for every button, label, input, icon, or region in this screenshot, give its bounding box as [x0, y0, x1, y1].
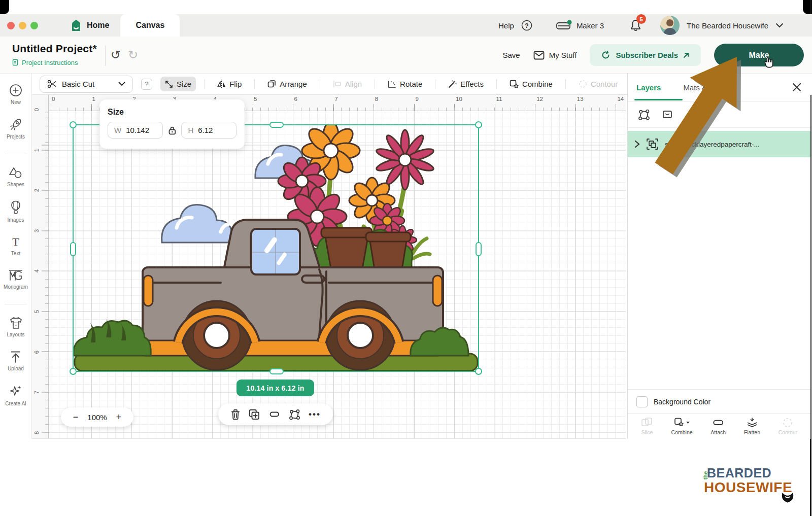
project-title: Untitled Project*	[12, 43, 97, 55]
ruler-top-number: 10	[456, 96, 462, 102]
redo-button[interactable]: ↻	[128, 49, 138, 61]
tab-mats-colors[interactable]: Mats & Colors	[683, 83, 731, 92]
subscriber-deals-button[interactable]: Subscriber Deals	[590, 44, 701, 66]
ruler-left-number: 2	[33, 189, 40, 192]
document-icon	[12, 59, 19, 66]
toolbar-help-button[interactable]: ?	[141, 79, 152, 90]
ruler-left-number: 1	[33, 148, 40, 151]
rocket-icon	[9, 118, 22, 131]
selection-handle-ne[interactable]	[475, 121, 482, 128]
chevron-down-icon[interactable]	[775, 23, 784, 28]
visibility-icon[interactable]	[662, 109, 675, 120]
refresh-icon	[601, 50, 611, 60]
notifications-button[interactable]: 5	[629, 19, 642, 32]
window-minimize-button[interactable]	[19, 22, 26, 29]
tab-home[interactable]: Home	[63, 14, 116, 37]
sidebar-item-monogram[interactable]: Monogram	[4, 269, 28, 290]
size-popup-title: Size	[108, 108, 236, 117]
window-zoom-button[interactable]	[30, 22, 38, 29]
selection-handle-se[interactable]	[475, 368, 482, 375]
avatar[interactable]	[660, 16, 680, 35]
close-panel-icon[interactable]	[791, 82, 802, 93]
duplicate-icon[interactable]	[249, 409, 260, 420]
video-corner-left	[0, 0, 9, 14]
shapes-icon	[9, 166, 22, 179]
ruler-top-number: 6	[294, 96, 297, 102]
size-button[interactable]: Size	[160, 77, 196, 91]
design-sidebar: New Projects Shapes Images T Text Monog	[0, 74, 32, 439]
sparkles-icon	[9, 385, 22, 398]
home-tab-label: Home	[87, 21, 109, 30]
attach-action-button[interactable]: Attach	[710, 418, 726, 435]
watermark: the BEARDED HOUSEWIFE	[702, 463, 798, 506]
sidebar-item-text[interactable]: T Text	[10, 236, 22, 256]
envelope-icon	[533, 51, 545, 60]
flatten-action-button[interactable]: Flatten	[744, 418, 760, 435]
expand-chevron-icon[interactable]	[634, 140, 640, 148]
help-icon[interactable]: ?	[521, 20, 532, 31]
attach-icon[interactable]	[268, 410, 281, 418]
window-close-button[interactable]	[7, 22, 15, 29]
select-all-icon[interactable]	[638, 109, 650, 121]
weld-icon[interactable]	[289, 409, 300, 420]
project-instructions-link[interactable]: Project Instructions	[12, 59, 78, 66]
effects-button[interactable]: Effects	[444, 77, 488, 91]
help-label[interactable]: Help	[498, 21, 514, 30]
selection-box[interactable]	[73, 124, 479, 372]
delete-icon[interactable]	[230, 409, 241, 420]
plus-circle-icon	[9, 84, 22, 97]
machine-selector[interactable]: Maker 3	[556, 19, 604, 31]
zoom-in-button[interactable]: +	[116, 412, 122, 423]
selection-handle-nw[interactable]	[70, 121, 77, 128]
text-icon: T	[10, 236, 22, 248]
make-button[interactable]: Make	[714, 44, 804, 66]
my-stuff-button[interactable]: My Stuff	[533, 51, 577, 60]
machine-icon	[556, 19, 572, 31]
combine-action-button[interactable]: Combine	[671, 418, 693, 435]
background-color-swatch[interactable]	[636, 396, 648, 407]
more-options-button[interactable]: •••	[309, 409, 321, 420]
ruler-top-number: 11	[496, 96, 502, 102]
selection-handle-n[interactable]	[269, 122, 284, 128]
slice-button: Slice	[641, 418, 653, 435]
sidebar-item-images[interactable]: Images	[8, 200, 24, 223]
avatar-silhouette	[660, 16, 680, 35]
hand-cursor-icon	[763, 57, 774, 69]
operation-type-select[interactable]: Basic Cut	[40, 76, 133, 93]
combine-icon	[510, 80, 519, 88]
combine-button[interactable]: Combine	[505, 77, 557, 91]
tab-canvas[interactable]: Canvas	[120, 14, 180, 37]
rotate-button[interactable]: Rotate	[383, 77, 427, 91]
header-divider	[105, 46, 106, 66]
sidebar-item-layouts[interactable]: Layouts	[7, 317, 24, 337]
selection-handle-sw[interactable]	[70, 368, 77, 375]
align-icon	[333, 80, 342, 88]
arrange-button[interactable]: Arrange	[263, 77, 311, 91]
layer-row[interactable]: springtrucklayeredpapercraft-...	[628, 131, 810, 157]
ruler-top-number: 7	[334, 96, 337, 102]
flatten-icon	[746, 418, 758, 428]
undo-button[interactable]: ↺	[111, 49, 121, 61]
ruler-top-number: 12	[536, 96, 543, 102]
tab-layers[interactable]: Layers	[636, 83, 661, 92]
save-button[interactable]: Save	[502, 51, 520, 59]
selection-handle-s[interactable]	[269, 368, 284, 374]
sidebar-item-projects[interactable]: Projects	[7, 118, 25, 140]
ruler-top-number: 13	[577, 96, 584, 102]
sidebar-item-upload[interactable]: Upload	[8, 351, 24, 371]
sidebar-item-new[interactable]: New	[9, 84, 22, 105]
flip-icon	[217, 80, 226, 88]
zoom-out-button[interactable]: −	[73, 412, 79, 423]
width-input[interactable]: W 10.142	[108, 122, 163, 139]
sidebar-item-shapes[interactable]: Shapes	[7, 166, 24, 187]
height-input[interactable]: H 6.12	[181, 122, 236, 139]
selection-handle-e[interactable]	[476, 242, 482, 256]
contour-action-button: Contour	[779, 418, 797, 435]
sidebar-item-create-ai[interactable]: Create AI	[5, 385, 26, 406]
flip-button[interactable]: Flip	[213, 77, 246, 91]
edit-layer-icon[interactable]	[688, 109, 700, 120]
account-name[interactable]: The Bearded Housewife	[687, 21, 768, 30]
selection-handle-w[interactable]	[70, 242, 76, 256]
group-icon	[646, 138, 659, 150]
lock-icon[interactable]	[168, 126, 176, 135]
